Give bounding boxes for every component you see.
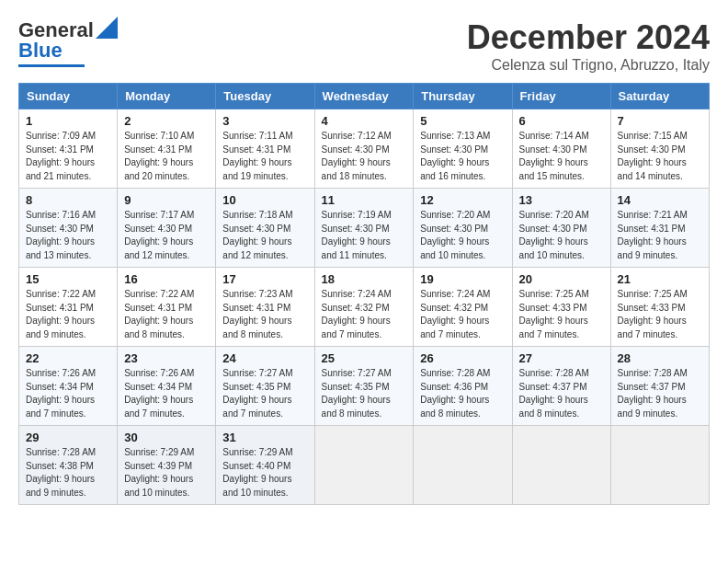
calendar-header-sunday: Sunday [19, 84, 118, 109]
day-info: Sunrise: 7:28 AMSunset: 4:37 PMDaylight:… [618, 368, 688, 419]
day-info: Sunrise: 7:17 AMSunset: 4:30 PMDaylight:… [124, 210, 194, 260]
calendar-day-cell: 25 Sunrise: 7:27 AMSunset: 4:35 PMDaylig… [314, 347, 414, 426]
day-number: 11 [322, 193, 407, 207]
title-area: December 2024 Celenza sul Trigno, Abruzz… [467, 18, 710, 74]
calendar-day-cell: 10 Sunrise: 7:18 AMSunset: 4:30 PMDaylig… [216, 189, 314, 268]
calendar-day-cell: 1 Sunrise: 7:09 AMSunset: 4:31 PMDayligh… [19, 109, 118, 189]
calendar-day-cell: 28 Sunrise: 7:28 AMSunset: 4:37 PMDaylig… [610, 347, 709, 426]
day-number: 1 [26, 114, 110, 128]
day-info: Sunrise: 7:28 AMSunset: 4:38 PMDaylight:… [26, 447, 96, 498]
day-number: 24 [222, 351, 307, 365]
day-number: 15 [26, 272, 110, 286]
day-info: Sunrise: 7:25 AMSunset: 4:33 PMDaylight:… [519, 289, 589, 339]
day-info: Sunrise: 7:24 AMSunset: 4:32 PMDaylight:… [322, 289, 392, 339]
day-info: Sunrise: 7:26 AMSunset: 4:34 PMDaylight:… [124, 368, 194, 419]
day-info: Sunrise: 7:21 AMSunset: 4:31 PMDaylight:… [618, 210, 688, 260]
day-info: Sunrise: 7:27 AMSunset: 4:35 PMDaylight:… [322, 368, 392, 419]
calendar-day-cell: 11 Sunrise: 7:19 AMSunset: 4:30 PMDaylig… [314, 189, 414, 268]
day-info: Sunrise: 7:25 AMSunset: 4:33 PMDaylight:… [618, 289, 688, 339]
calendar-week-row: 1 Sunrise: 7:09 AMSunset: 4:31 PMDayligh… [19, 109, 710, 189]
calendar-day-cell: 27 Sunrise: 7:28 AMSunset: 4:37 PMDaylig… [512, 347, 610, 426]
calendar-day-cell: 6 Sunrise: 7:14 AMSunset: 4:30 PMDayligh… [512, 109, 610, 189]
logo: General Blue [18, 18, 118, 67]
calendar-day-cell: 18 Sunrise: 7:24 AMSunset: 4:32 PMDaylig… [314, 268, 414, 347]
day-number: 25 [322, 351, 407, 365]
day-info: Sunrise: 7:23 AMSunset: 4:31 PMDaylight:… [222, 289, 292, 339]
calendar-week-row: 29 Sunrise: 7:28 AMSunset: 4:38 PMDaylig… [19, 426, 710, 505]
day-info: Sunrise: 7:22 AMSunset: 4:31 PMDaylight:… [26, 289, 96, 339]
calendar-day-cell: 9 Sunrise: 7:17 AMSunset: 4:30 PMDayligh… [118, 189, 216, 268]
day-number: 10 [222, 193, 307, 207]
day-number: 8 [26, 193, 110, 207]
day-number: 2 [124, 114, 209, 128]
month-title: December 2024 [467, 18, 710, 57]
day-number: 27 [519, 351, 604, 365]
calendar-week-row: 15 Sunrise: 7:22 AMSunset: 4:31 PMDaylig… [19, 268, 710, 347]
calendar-day-cell: 8 Sunrise: 7:16 AMSunset: 4:30 PMDayligh… [19, 189, 118, 268]
svg-marker-0 [96, 17, 118, 39]
day-info: Sunrise: 7:22 AMSunset: 4:31 PMDaylight:… [124, 289, 194, 339]
calendar-header-thursday: Thursday [414, 84, 512, 109]
calendar-header-tuesday: Tuesday [216, 84, 314, 109]
day-number: 31 [222, 431, 307, 444]
day-number: 29 [26, 431, 110, 444]
location-title: Celenza sul Trigno, Abruzzo, Italy [467, 57, 710, 74]
calendar-day-cell: 15 Sunrise: 7:22 AMSunset: 4:31 PMDaylig… [19, 268, 118, 347]
logo-underline [18, 64, 85, 67]
day-number: 3 [222, 114, 307, 128]
day-number: 6 [519, 114, 604, 128]
calendar-day-cell [414, 426, 512, 505]
calendar-day-cell: 4 Sunrise: 7:12 AMSunset: 4:30 PMDayligh… [314, 109, 414, 189]
day-number: 30 [124, 431, 209, 444]
day-info: Sunrise: 7:29 AMSunset: 4:40 PMDaylight:… [222, 447, 292, 498]
calendar-day-cell: 3 Sunrise: 7:11 AMSunset: 4:31 PMDayligh… [216, 109, 314, 189]
day-number: 28 [618, 351, 702, 365]
calendar-day-cell: 16 Sunrise: 7:22 AMSunset: 4:31 PMDaylig… [118, 268, 216, 347]
day-info: Sunrise: 7:27 AMSunset: 4:35 PMDaylight:… [222, 368, 292, 419]
calendar-week-row: 22 Sunrise: 7:26 AMSunset: 4:34 PMDaylig… [19, 347, 710, 426]
day-info: Sunrise: 7:12 AMSunset: 4:30 PMDaylight:… [322, 131, 392, 181]
calendar-day-cell: 29 Sunrise: 7:28 AMSunset: 4:38 PMDaylig… [19, 426, 118, 505]
day-number: 7 [618, 114, 702, 128]
day-info: Sunrise: 7:18 AMSunset: 4:30 PMDaylight:… [222, 210, 292, 260]
day-number: 4 [322, 114, 407, 128]
day-info: Sunrise: 7:29 AMSunset: 4:39 PMDaylight:… [124, 447, 194, 498]
calendar-day-cell: 5 Sunrise: 7:13 AMSunset: 4:30 PMDayligh… [414, 109, 512, 189]
calendar-week-row: 8 Sunrise: 7:16 AMSunset: 4:30 PMDayligh… [19, 189, 710, 268]
calendar-day-cell: 31 Sunrise: 7:29 AMSunset: 4:40 PMDaylig… [216, 426, 314, 505]
calendar-day-cell: 20 Sunrise: 7:25 AMSunset: 4:33 PMDaylig… [512, 268, 610, 347]
day-info: Sunrise: 7:09 AMSunset: 4:31 PMDaylight:… [26, 131, 96, 181]
calendar-day-cell: 30 Sunrise: 7:29 AMSunset: 4:39 PMDaylig… [118, 426, 216, 505]
calendar-day-cell: 13 Sunrise: 7:20 AMSunset: 4:30 PMDaylig… [512, 189, 610, 268]
calendar-day-cell: 7 Sunrise: 7:15 AMSunset: 4:30 PMDayligh… [610, 109, 709, 189]
calendar-day-cell: 23 Sunrise: 7:26 AMSunset: 4:34 PMDaylig… [118, 347, 216, 426]
calendar-day-cell: 14 Sunrise: 7:21 AMSunset: 4:31 PMDaylig… [610, 189, 709, 268]
day-number: 13 [519, 193, 604, 207]
day-info: Sunrise: 7:14 AMSunset: 4:30 PMDaylight:… [519, 131, 589, 181]
day-number: 18 [322, 272, 407, 286]
day-number: 20 [519, 272, 604, 286]
calendar-header-wednesday: Wednesday [314, 84, 414, 109]
logo-triangle-icon [96, 17, 118, 39]
day-number: 21 [618, 272, 702, 286]
day-number: 12 [420, 193, 505, 207]
day-info: Sunrise: 7:20 AMSunset: 4:30 PMDaylight:… [519, 210, 589, 260]
calendar-day-cell [610, 426, 709, 505]
calendar-day-cell [314, 426, 414, 505]
day-info: Sunrise: 7:13 AMSunset: 4:30 PMDaylight:… [420, 131, 490, 181]
header: General Blue December 2024 Celenza sul T… [18, 18, 710, 74]
calendar-day-cell: 24 Sunrise: 7:27 AMSunset: 4:35 PMDaylig… [216, 347, 314, 426]
day-number: 26 [420, 351, 505, 365]
calendar-day-cell [512, 426, 610, 505]
calendar-day-cell: 21 Sunrise: 7:25 AMSunset: 4:33 PMDaylig… [610, 268, 709, 347]
logo-blue: Blue [18, 39, 63, 63]
day-number: 23 [124, 351, 209, 365]
calendar-day-cell: 17 Sunrise: 7:23 AMSunset: 4:31 PMDaylig… [216, 268, 314, 347]
calendar-day-cell: 22 Sunrise: 7:26 AMSunset: 4:34 PMDaylig… [19, 347, 118, 426]
day-number: 19 [420, 272, 505, 286]
day-number: 5 [420, 114, 505, 128]
day-number: 14 [618, 193, 702, 207]
day-number: 9 [124, 193, 209, 207]
day-info: Sunrise: 7:10 AMSunset: 4:31 PMDaylight:… [124, 131, 194, 181]
calendar-header-friday: Friday [512, 84, 610, 109]
